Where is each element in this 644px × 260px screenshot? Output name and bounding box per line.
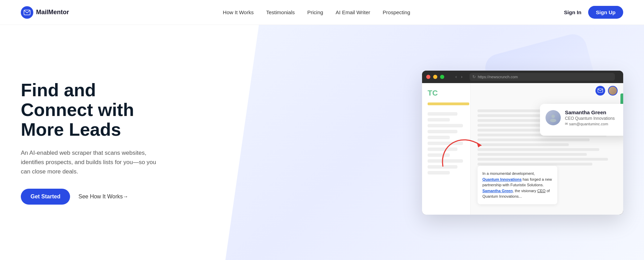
popup-name: Samantha Green — [565, 109, 615, 115]
logo-text: MailMentor — [36, 9, 69, 16]
nav-links: How It Works Testimonials Pricing AI Ema… — [223, 9, 410, 16]
logo-icon — [21, 6, 33, 19]
browser-dot-green — [440, 75, 444, 79]
popup-email: ✉ sam@quantuminc.com — [565, 122, 615, 126]
article-link-quantum: Quantum Innovations — [482, 177, 522, 181]
article-text-mid2: , the visionary — [513, 189, 537, 193]
sign-up-button[interactable]: Sign Up — [588, 6, 623, 19]
article-ceo: CEO — [537, 189, 546, 193]
nav-prospecting[interactable]: Prospecting — [383, 9, 410, 15]
browser-content: TC — [422, 83, 623, 215]
sidebar-row — [428, 112, 457, 116]
browser-forward-icon: › — [461, 74, 462, 79]
content-row — [478, 158, 608, 161]
browser-addressbar: ↻ https://newscrunch.com — [470, 73, 615, 81]
sign-in-button[interactable]: Sign In — [564, 9, 581, 15]
nav-how-it-works[interactable]: How It Works — [223, 9, 254, 15]
address-url: https://newscrunch.com — [478, 75, 612, 79]
hero-buttons: Get Started See How It Works→ — [21, 189, 166, 205]
browser-dot-red — [426, 75, 430, 79]
tc-logo: TC — [428, 89, 465, 98]
browser-back-icon: ‹ — [455, 74, 457, 79]
nav-pricing[interactable]: Pricing — [307, 9, 323, 15]
browser-mockup: ‹ › ↻ https://newscrunch.com — [422, 71, 623, 215]
hero-visual: ‹ › ↻ https://newscrunch.com — [166, 71, 623, 215]
content-row — [478, 148, 599, 151]
popup-title: CEO Quantum Innovations — [565, 116, 615, 121]
email-icon: ✉ — [565, 122, 568, 126]
hero-title: Find and Connect with More Leads — [21, 80, 166, 140]
hero-content: Find and Connect with More Leads An AI-e… — [21, 80, 166, 205]
svg-marker-4 — [477, 143, 481, 147]
tc-tagline — [428, 102, 469, 105]
nav-testimonials[interactable]: Testimonials — [266, 9, 295, 15]
nav-actions: Sign In Sign Up — [564, 6, 623, 19]
svg-point-2 — [551, 115, 555, 118]
svg-rect-0 — [24, 10, 30, 15]
person-popup: Samantha Green CEO Quantum Innovations ✉… — [540, 104, 623, 136]
refresh-icon: ↻ — [472, 74, 476, 79]
see-how-link[interactable]: See How It Works→ — [78, 194, 128, 200]
get-started-button[interactable]: Get Started — [21, 189, 70, 205]
logo-link[interactable]: MailMentor — [21, 6, 69, 19]
article-name-samantha: Samantha Green — [482, 189, 513, 193]
hero-description: An AI-enabled web scraper that scans web… — [21, 148, 160, 177]
browser-titlebar: ‹ › ↻ https://newscrunch.com — [422, 71, 623, 83]
hero-section: Find and Connect with More Leads An AI-e… — [0, 25, 644, 260]
popup-info: Samantha Green CEO Quantum Innovations ✉… — [565, 109, 615, 126]
navbar: MailMentor How It Works Testimonials Pri… — [0, 0, 644, 25]
popup-avatar — [546, 110, 561, 125]
nav-ai-email-writer[interactable]: AI Email Writer — [336, 9, 370, 15]
svg-point-3 — [550, 119, 556, 122]
browser-dot-yellow — [433, 75, 437, 79]
popup-person: Samantha Green CEO Quantum Innovations ✉… — [546, 109, 623, 126]
red-arrow — [432, 118, 495, 174]
